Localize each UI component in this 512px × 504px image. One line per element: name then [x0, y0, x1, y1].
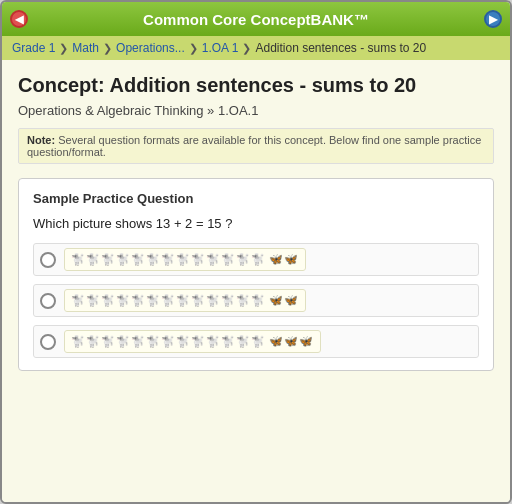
sep3: ❯ [189, 42, 198, 55]
answer-row-2[interactable]: 🐩🐩🐩🐩🐩🐩🐩🐩🐩🐩🐩🐩🐩 🦋🦋 [33, 284, 479, 317]
close-button[interactable]: ◀ [10, 10, 28, 28]
practice-title: Sample Practice Question [33, 191, 479, 206]
answer-image-2: 🐩🐩🐩🐩🐩🐩🐩🐩🐩🐩🐩🐩🐩 🦋🦋 [64, 289, 306, 312]
answer-options: 🐩🐩🐩🐩🐩🐩🐩🐩🐩🐩🐩🐩🐩 🦋🦋 🐩🐩🐩🐩🐩🐩🐩🐩🐩🐩🐩🐩🐩 🦋🦋 [33, 243, 479, 358]
breadcrumb-current: Addition sentences - sums to 20 [255, 41, 426, 55]
note-label: Note: [27, 134, 55, 146]
content-area: Concept: Addition sentences - sums to 20… [2, 60, 510, 502]
practice-question: Which picture shows 13 + 2 = 15 ? [33, 216, 479, 231]
note-text: Several question formats are available f… [27, 134, 481, 158]
dogs-row2-group1: 🐩🐩🐩🐩🐩🐩🐩🐩🐩🐩🐩🐩🐩 [71, 294, 266, 307]
answer-row-3[interactable]: 🐩🐩🐩🐩🐩🐩🐩🐩🐩🐩🐩🐩🐩 🦋🦋🦋 [33, 325, 479, 358]
app-title: Common Core ConceptBANK™ [143, 11, 369, 28]
breadcrumb: Grade 1 ❯ Math ❯ Operations... ❯ 1.OA 1 … [2, 36, 510, 60]
radio-2[interactable] [40, 293, 56, 309]
sep2: ❯ [103, 42, 112, 55]
dogs-row3-group1: 🐩🐩🐩🐩🐩🐩🐩🐩🐩🐩🐩🐩🐩 [71, 335, 266, 348]
answer-row-1[interactable]: 🐩🐩🐩🐩🐩🐩🐩🐩🐩🐩🐩🐩🐩 🦋🦋 [33, 243, 479, 276]
radio-1[interactable] [40, 252, 56, 268]
dogs-row3-group2: 🦋🦋🦋 [269, 335, 314, 348]
breadcrumb-math[interactable]: Math [72, 41, 99, 55]
forward-button[interactable]: ▶ [484, 10, 502, 28]
dogs-row1-group2: 🦋🦋 [269, 253, 299, 266]
answer-image-1: 🐩🐩🐩🐩🐩🐩🐩🐩🐩🐩🐩🐩🐩 🦋🦋 [64, 248, 306, 271]
breadcrumb-grade[interactable]: Grade 1 [12, 41, 55, 55]
breadcrumb-operations[interactable]: Operations... [116, 41, 185, 55]
note-bar: Note: Several question formats are avail… [18, 128, 494, 164]
practice-box: Sample Practice Question Which picture s… [18, 178, 494, 371]
dogs-row2-group2: 🦋🦋 [269, 294, 299, 307]
radio-3[interactable] [40, 334, 56, 350]
app-window: ◀ Common Core ConceptBANK™ ▶ Grade 1 ❯ M… [0, 0, 512, 504]
answer-image-3: 🐩🐩🐩🐩🐩🐩🐩🐩🐩🐩🐩🐩🐩 🦋🦋🦋 [64, 330, 321, 353]
sep1: ❯ [59, 42, 68, 55]
title-bar: ◀ Common Core ConceptBANK™ ▶ [2, 2, 510, 36]
concept-subtitle: Operations & Algebraic Thinking » 1.OA.1 [18, 103, 494, 118]
sep4: ❯ [242, 42, 251, 55]
breadcrumb-standard[interactable]: 1.OA 1 [202, 41, 239, 55]
concept-title: Concept: Addition sentences - sums to 20 [18, 74, 494, 97]
dogs-row1-group1: 🐩🐩🐩🐩🐩🐩🐩🐩🐩🐩🐩🐩🐩 [71, 253, 266, 266]
